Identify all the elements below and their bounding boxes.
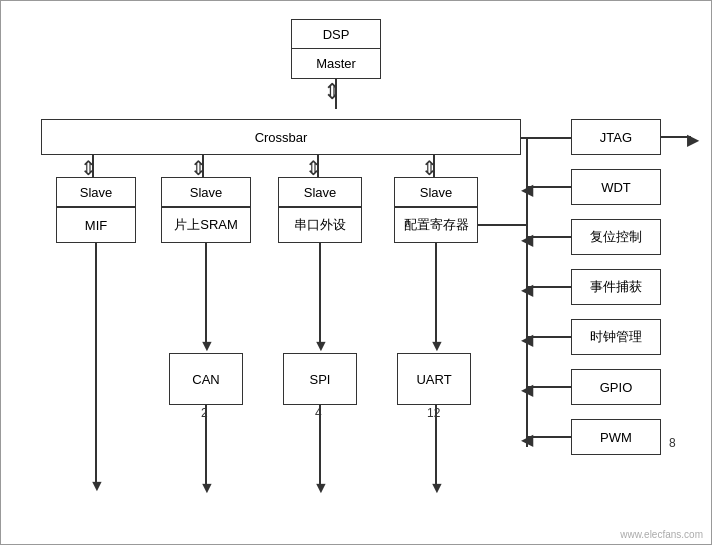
slave2-label: Slave	[190, 185, 223, 200]
gpio-block: GPIO	[571, 369, 661, 405]
line-uart-down	[435, 405, 437, 485]
arrowhead-mif: ▼	[89, 477, 105, 495]
jtag-label: JTAG	[600, 130, 632, 145]
can-block: CAN	[169, 353, 243, 405]
uart-block: UART	[397, 353, 471, 405]
slave4-label: Slave	[420, 185, 453, 200]
event-block: 事件捕获	[571, 269, 661, 305]
dsp-crossbar-arrow: ⇕	[323, 81, 341, 103]
watermark: www.elecfans.com	[620, 529, 703, 540]
dsp-label: DSP	[323, 27, 350, 42]
sram-block: 片上SRAM	[161, 207, 251, 243]
pwm-label: PWM	[600, 430, 632, 445]
arrowhead-uart: ▼	[429, 479, 445, 497]
slave1-block: Slave	[56, 177, 136, 207]
spi-block: SPI	[283, 353, 357, 405]
line-spi-down	[319, 405, 321, 485]
arrowhead-can: ▼	[199, 479, 215, 497]
config-label: 配置寄存器	[404, 216, 469, 234]
master-label: Master	[316, 56, 356, 71]
uart-number: 12	[427, 406, 440, 420]
wdt-label: WDT	[601, 180, 631, 195]
line-cb-right	[521, 137, 571, 139]
line-config-right	[478, 224, 526, 226]
line-config-down	[435, 243, 437, 343]
reset-label: 复位控制	[590, 228, 642, 246]
mif-label: MIF	[85, 218, 107, 233]
event-label: 事件捕获	[590, 278, 642, 296]
crossbar-block: Crossbar	[41, 119, 521, 155]
serial-label: 串口外设	[294, 216, 346, 234]
dsp-block: DSP Master	[291, 19, 381, 79]
slave3-block: Slave	[278, 177, 362, 207]
mif-block: MIF	[56, 207, 136, 243]
clock-block: 时钟管理	[571, 319, 661, 355]
clock-label: 时钟管理	[590, 328, 642, 346]
crossbar-label: Crossbar	[255, 130, 308, 145]
pwm-block: PWM	[571, 419, 661, 455]
sram-label: 片上SRAM	[174, 216, 238, 234]
reset-block: 复位控制	[571, 219, 661, 255]
gpio-number: 8	[669, 436, 676, 450]
jtag-block: JTAG	[571, 119, 661, 155]
line-sram-down	[205, 243, 207, 343]
config-block: 配置寄存器	[394, 207, 478, 243]
can-label: CAN	[192, 372, 219, 387]
right-vert-line	[526, 137, 528, 447]
diagram: DSP Master ⇕ Crossbar ⇕ Slave MIF ▼ ⇕ Sl…	[0, 0, 712, 545]
slave3-label: Slave	[304, 185, 337, 200]
uart-label: UART	[416, 372, 451, 387]
serial-block: 串口外设	[278, 207, 362, 243]
spi-label: SPI	[310, 372, 331, 387]
gpio-label: GPIO	[600, 380, 633, 395]
slave2-block: Slave	[161, 177, 251, 207]
line-can-down	[205, 405, 207, 485]
arrowhead-jtag: ▶	[687, 130, 699, 149]
slave1-label: Slave	[80, 185, 113, 200]
wdt-block: WDT	[571, 169, 661, 205]
arrowhead-spi: ▼	[313, 479, 329, 497]
line-serial-down	[319, 243, 321, 343]
line-mif-down	[95, 243, 97, 483]
slave4-block: Slave	[394, 177, 478, 207]
